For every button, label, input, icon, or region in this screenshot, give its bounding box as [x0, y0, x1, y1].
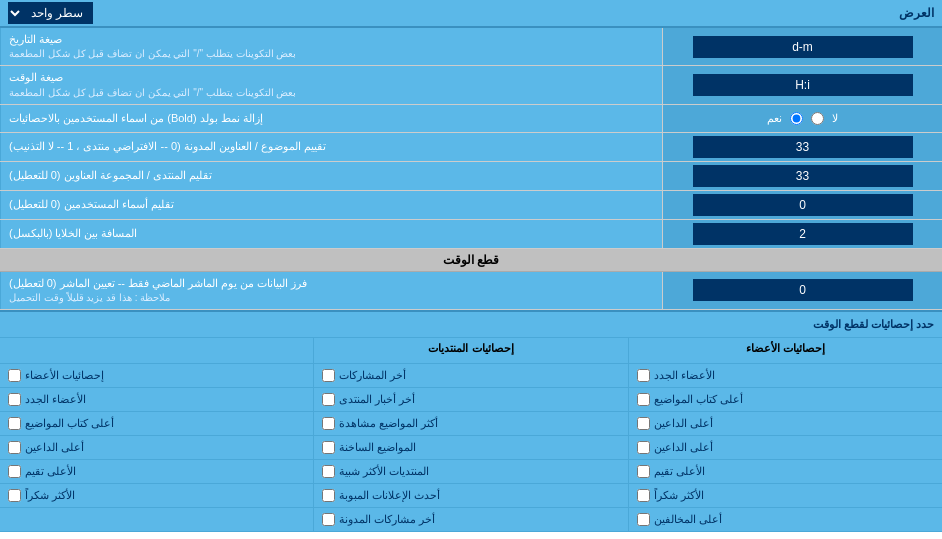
main-container: العرض سطر واحد سطرين ثلاثة أسطر صيغة الت…: [0, 0, 942, 532]
stats-cell-col3-2: أعلى كتاب المواضيع: [628, 388, 942, 412]
label-col2-6: أحدث الإعلانات المبوبة: [339, 489, 440, 502]
bold-remove-title: إزالة نمط بولد (Bold) من اسماء المستخدمي…: [9, 111, 263, 126]
checkbox-item-col2-2: أخر أخبار المنتدى: [322, 393, 415, 406]
checkbox-col2-3[interactable]: [322, 417, 335, 430]
bold-radio-group: لا نعم: [767, 112, 838, 125]
stats-col3-header: إحصائيات الأعضاء: [628, 338, 942, 363]
topic-sort-input[interactable]: [693, 136, 913, 158]
username-sort-row: تقليم أسماء المستخدمين (0 للتعطيل): [0, 191, 942, 220]
stats-rows-7: أعلى المخالفين أخر مشاركات المدونة: [0, 508, 942, 532]
checkbox-item-col3-1: الأعضاء الجدد: [637, 369, 715, 382]
checkbox-col2-4[interactable]: [322, 441, 335, 454]
bold-yes-label: نعم: [767, 112, 782, 125]
checkbox-item-col1-3: أعلى كتاب المواضيع: [8, 417, 114, 430]
date-format-label: صيغة التاريخ بعض التكوينات يتطلب "/" الت…: [0, 28, 662, 65]
checkbox-col2-6[interactable]: [322, 489, 335, 502]
checkbox-col2-2[interactable]: [322, 393, 335, 406]
label-col1-6: الأكثر شكراً: [25, 489, 75, 502]
checkbox-col3-1[interactable]: [637, 369, 650, 382]
lines-select[interactable]: سطر واحد سطرين ثلاثة أسطر: [8, 2, 93, 24]
realtime-filter-row: فرز البيانات من يوم الماشر الماضي فقط --…: [0, 272, 942, 310]
cell-spacing-input[interactable]: [693, 223, 913, 245]
checkbox-col3-6[interactable]: [637, 489, 650, 502]
topic-sort-label: تقييم الموضوع / العناوين المدونة (0 -- ا…: [0, 133, 662, 161]
time-format-subtitle: بعض التكوينات يتطلب "/" التي يمكن ان تضا…: [9, 86, 296, 100]
checkbox-col2-1[interactable]: [322, 369, 335, 382]
label-col2-7: أخر مشاركات المدونة: [339, 513, 435, 526]
realtime-filter-title: فرز البيانات من يوم الماشر الماضي فقط --…: [9, 276, 307, 291]
realtime-filter-note: ملاحظة : هذا قد يزيد قليلاً وقت التحميل: [9, 291, 170, 305]
label-col3-1: الأعضاء الجدد: [654, 369, 715, 382]
realtime-filter-input[interactable]: [693, 279, 913, 301]
checkbox-item-col2-4: المواضيع الساخنة: [322, 441, 416, 454]
label-col3-3: أعلى الداعين: [654, 417, 713, 430]
bold-remove-label: إزالة نمط بولد (Bold) من اسماء المستخدمي…: [0, 105, 662, 132]
forum-sort-title: تقليم المنتدى / المجموعة العناوين (0 للت…: [9, 168, 212, 183]
stats-cell-col2-5: المنتديات الأكثر شبية: [313, 460, 627, 484]
checkbox-col1-3[interactable]: [8, 417, 21, 430]
label-col1-4: أعلى الداعين: [25, 441, 84, 454]
topic-sort-row: تقييم الموضوع / العناوين المدونة (0 -- ا…: [0, 133, 942, 162]
checkbox-col1-2[interactable]: [8, 393, 21, 406]
checkbox-item-col2-6: أحدث الإعلانات المبوبة: [322, 489, 440, 502]
label-col2-1: أخر المشاركات: [339, 369, 406, 382]
time-format-label: صيغة الوقت بعض التكوينات يتطلب "/" التي …: [0, 66, 662, 103]
stats-cell-col3-5: الأعلى تقيم: [628, 460, 942, 484]
stats-cell-col1-2: الأعضاء الجدد: [0, 388, 313, 412]
stats-cell-col1-3: أعلى كتاب المواضيع: [0, 412, 313, 436]
checkbox-col3-2[interactable]: [637, 393, 650, 406]
date-format-subtitle: بعض التكوينات يتطلب "/" التي يمكن ان تضا…: [9, 47, 296, 61]
checkbox-item-col3-3: أعلى الداعين: [637, 417, 713, 430]
date-format-input[interactable]: [693, 36, 913, 58]
checkbox-col1-5[interactable]: [8, 465, 21, 478]
checkbox-col1-6[interactable]: [8, 489, 21, 502]
stats-cell-col3-7: أعلى المخالفين: [628, 508, 942, 532]
stats-col2-header: إحصائيات المنتديات: [313, 338, 627, 363]
checkbox-col3-3[interactable]: [637, 417, 650, 430]
bold-yes-radio[interactable]: [790, 112, 803, 125]
label-col2-5: المنتديات الأكثر شبية: [339, 465, 429, 478]
forum-sort-input[interactable]: [693, 165, 913, 187]
forum-sort-control: [662, 162, 942, 190]
label-col3-4: أعلى الداعين: [654, 441, 713, 454]
stats-cell-col3-6: الأكثر شكراً: [628, 484, 942, 508]
checkbox-col2-7[interactable]: [322, 513, 335, 526]
time-format-input[interactable]: [693, 74, 913, 96]
checkbox-item-col2-1: أخر المشاركات: [322, 369, 406, 382]
stats-rows-1: الأعضاء الجدد أخر المشاركات إحصائيات الأ…: [0, 364, 942, 388]
checkbox-col3-4[interactable]: [637, 441, 650, 454]
checkbox-col2-5[interactable]: [322, 465, 335, 478]
checkbox-item-col1-1: إحصائيات الأعضاء: [8, 369, 104, 382]
realtime-filter-label-inner: فرز البيانات من يوم الماشر الماضي فقط --…: [9, 276, 307, 305]
checkbox-col1-4[interactable]: [8, 441, 21, 454]
stats-cell-col1-1: إحصائيات الأعضاء: [0, 364, 313, 388]
stats-cell-col1-5: الأعلى تقيم: [0, 460, 313, 484]
checkbox-item-col3-5: الأعلى تقيم: [637, 465, 705, 478]
label-col1-1: إحصائيات الأعضاء: [25, 369, 104, 382]
header-control: سطر واحد سطرين ثلاثة أسطر: [8, 2, 93, 24]
checkbox-item-col2-3: أكثر المواضيع مشاهدة: [322, 417, 438, 430]
label-col3-6: الأكثر شكراً: [654, 489, 704, 502]
checkbox-col3-7[interactable]: [637, 513, 650, 526]
stats-header-row: إحصائيات الأعضاء إحصائيات المنتديات: [0, 338, 942, 364]
label-col1-5: الأعلى تقيم: [25, 465, 76, 478]
topic-sort-control: [662, 133, 942, 161]
display-label: العرض: [899, 6, 934, 20]
time-format-title: صيغة الوقت: [9, 70, 63, 85]
cell-spacing-control: [662, 220, 942, 248]
stats-cell-col1-6: الأكثر شكراً: [0, 484, 313, 508]
checkbox-col1-1[interactable]: [8, 369, 21, 382]
label-col1-2: الأعضاء الجدد: [25, 393, 86, 406]
checkbox-item-col3-7: أعلى المخالفين: [637, 513, 722, 526]
stats-cell-col2-7: أخر مشاركات المدونة: [313, 508, 627, 532]
bold-remove-row: لا نعم إزالة نمط بولد (Bold) من اسماء ال…: [0, 105, 942, 133]
checkbox-col3-5[interactable]: [637, 465, 650, 478]
stats-cell-col3-1: الأعضاء الجدد: [628, 364, 942, 388]
header-row: العرض سطر واحد سطرين ثلاثة أسطر: [0, 0, 942, 28]
username-sort-input[interactable]: [693, 194, 913, 216]
stats-cell-col2-6: أحدث الإعلانات المبوبة: [313, 484, 627, 508]
bold-no-radio[interactable]: [811, 112, 824, 125]
label-col2-2: أخر أخبار المنتدى: [339, 393, 415, 406]
realtime-filter-control: [662, 272, 942, 309]
stats-rows-5: الأعلى تقيم المنتديات الأكثر شبية الأعلى…: [0, 460, 942, 484]
